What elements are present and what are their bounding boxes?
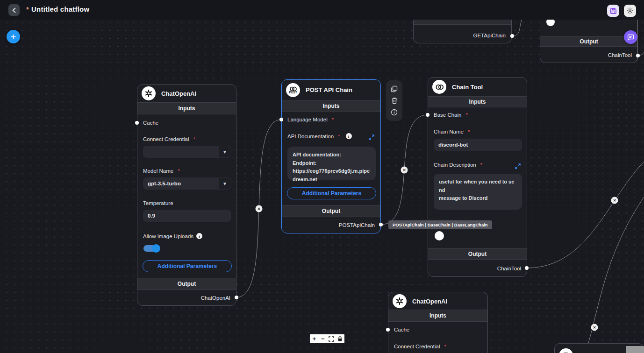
back-button[interactable] [8, 4, 20, 16]
plus-icon: + [10, 31, 16, 42]
additional-parameters-button[interactable]: Additional Parameters [287, 187, 376, 199]
info-icon[interactable]: i [346, 133, 352, 139]
node-header: POST POST API Chain [282, 80, 380, 100]
trash-icon[interactable] [390, 97, 398, 105]
openai-icon [393, 294, 407, 308]
output-handle-getapichain[interactable] [510, 34, 514, 38]
api-documentation-label: API Documentation* i [287, 133, 352, 139]
chevron-down-icon[interactable]: ▼ [219, 178, 231, 189]
chat-button[interactable] [624, 30, 637, 44]
node-corner-chip [626, 346, 644, 353]
allow-image-uploads-label: Allow Image Uploads i [143, 233, 202, 239]
node-chatopenai[interactable]: ChatOpenAI Inputs Cache Connect Credenti… [137, 84, 236, 306]
output-section-header: Output [540, 36, 637, 47]
node-title: Chain Tool [452, 84, 483, 91]
cache-label: Cache [394, 327, 409, 332]
cache-label: Cache [143, 120, 158, 126]
node-header: ChatOpenAI [388, 292, 487, 310]
node-chain-tool-top-partial[interactable]: Output ChainTool [540, 17, 638, 63]
output-section-header: Output [428, 248, 527, 260]
lock-button[interactable] [336, 334, 345, 343]
openai-icon [142, 86, 156, 100]
output-anchor-label: ChainTool [497, 266, 521, 271]
fit-view-button[interactable] [327, 334, 336, 343]
drag-connection-handle[interactable] [435, 231, 444, 240]
settings-button[interactable] [624, 5, 636, 17]
temperature-input[interactable]: 0.9 [143, 210, 231, 222]
expand-icon[interactable] [515, 163, 521, 169]
top-bar: *Untitled chatflow [0, 0, 644, 20]
flow-title: *Untitled chatflow [26, 5, 89, 13]
node-title: ChatOpenAI [161, 90, 196, 97]
output-anchor-label: ChainTool [608, 52, 632, 58]
chain-tool-icon [432, 80, 446, 94]
inputs-section-header: Inputs [388, 310, 487, 322]
flow-editor: ✕ ✕ ✕ ✕ ChatOpenAI Inputs Cache Connect … [0, 0, 644, 353]
gear-icon [626, 7, 634, 14]
buffer-memory-icon [559, 348, 573, 353]
chain-description-textarea[interactable]: useful for when you need to send message… [434, 174, 522, 210]
inputs-section-header: Inputs [282, 100, 380, 112]
chevron-down-icon[interactable]: ▼ [219, 146, 231, 157]
output-handle-chaintool-partial[interactable] [636, 54, 640, 57]
input-handle-base-chain[interactable] [426, 113, 429, 117]
allow-image-uploads-toggle[interactable] [143, 245, 159, 252]
node-get-api-chain-partial[interactable]: GETApiChain [413, 18, 512, 43]
output-section-header: Output [282, 205, 380, 217]
api-documentation-textarea[interactable]: API documentation: Endpoint: https://eog… [287, 147, 376, 180]
add-node-button[interactable]: + [7, 30, 20, 43]
edge-delete-button[interactable]: ✕ [401, 167, 408, 174]
edge-chaintool-out [527, 135, 644, 268]
node-action-toolbar [386, 80, 402, 121]
edge-delete-button[interactable]: ✕ [591, 324, 598, 331]
node-chatopenai-bottom[interactable]: ChatOpenAI Inputs Cache Connect Credenti… [388, 292, 488, 353]
unsaved-indicator: * [26, 5, 29, 13]
edge-delete-button[interactable]: ✕ [256, 205, 263, 212]
temperature-label: Temperature [143, 200, 173, 206]
connection-type-tooltip: POSTApiChain | BaseChain | BaseLangChain [388, 220, 492, 229]
output-anchor-label: ChatOpenAI [201, 295, 230, 301]
save-button[interactable] [607, 5, 619, 17]
input-handle-language-model[interactable] [279, 118, 283, 121]
node-header: Chain Tool [428, 78, 527, 96]
canvas-controls: + − [310, 334, 344, 343]
chain-name-input[interactable]: discord-bot [434, 139, 522, 151]
base-chain-label: Base Chain* [434, 112, 468, 118]
additional-parameters-button[interactable]: Additional Parameters [143, 260, 232, 272]
node-post-api-chain[interactable]: POST POST API Chain Inputs Language Mode… [281, 79, 381, 233]
fit-view-icon [329, 336, 334, 342]
output-handle-chatopenai[interactable] [235, 296, 238, 299]
duplicate-icon[interactable] [390, 85, 398, 93]
node-title: POST API Chain [306, 86, 352, 93]
edge-buffermemory-out [581, 194, 644, 353]
chain-description-label: Chain Description* [434, 162, 482, 168]
output-section-header: Output [137, 278, 236, 290]
input-handle-cache[interactable] [135, 121, 139, 125]
output-handle-chaintool[interactable] [525, 266, 529, 270]
output-anchor-label: POSTApiChain [339, 222, 375, 228]
inputs-section-header: Inputs [428, 96, 527, 107]
model-name-select[interactable]: gpt-3.5-turbo ▼ [143, 177, 231, 190]
credential-select[interactable]: ▼ [143, 146, 231, 158]
node-title: Buffer Memory [579, 352, 622, 353]
lock-icon [337, 336, 343, 342]
zoom-in-button[interactable]: + [310, 334, 319, 343]
chain-name-label: Chain Name* [434, 129, 470, 134]
info-circle-icon[interactable] [390, 108, 398, 116]
info-icon[interactable]: i [196, 233, 202, 239]
post-api-chain-icon: POST [286, 83, 300, 97]
expand-icon[interactable] [369, 134, 374, 140]
zoom-out-button[interactable]: − [319, 334, 328, 343]
connect-credential-label: Connect Credential* [394, 344, 446, 349]
chevron-left-icon [12, 7, 16, 13]
connect-credential-label: Connect Credential* [143, 136, 195, 142]
input-handle-cache-bottom[interactable] [386, 328, 390, 332]
language-model-label: Language Model* [287, 117, 334, 122]
node-header: ChatOpenAI [137, 85, 236, 102]
output-handle-postapichain[interactable] [379, 223, 383, 226]
floppy-disk-icon [610, 7, 617, 14]
edge-delete-button[interactable]: ✕ [611, 197, 618, 204]
inputs-section-header: Inputs [137, 102, 236, 114]
model-name-label: Model Name* [143, 168, 180, 174]
node-chain-tool[interactable]: Chain Tool Inputs Base Chain* Chain Name… [428, 77, 527, 277]
